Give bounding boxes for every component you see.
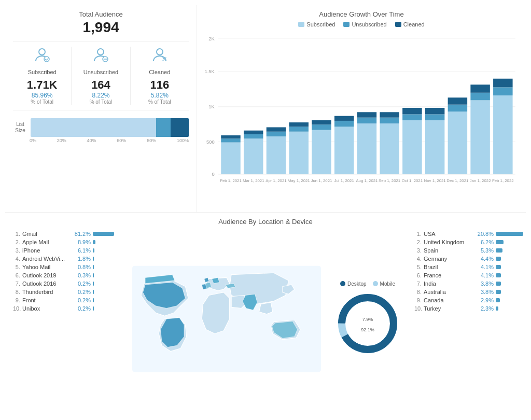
svg-rect-30 bbox=[334, 127, 354, 174]
svg-rect-29 bbox=[312, 120, 331, 124]
svg-text:Dec 1, 2021: Dec 1, 2021 bbox=[446, 178, 468, 183]
svg-text:Sep 1, 2021: Sep 1, 2021 bbox=[379, 178, 400, 183]
country-pct: 2.3% bbox=[475, 305, 494, 312]
email-bar-container bbox=[93, 273, 127, 277]
email-bar-container bbox=[93, 257, 127, 261]
list-size-label: ListSize bbox=[13, 121, 27, 134]
country-bar bbox=[496, 265, 501, 269]
country-pct: 6.2% bbox=[475, 239, 494, 245]
email-rank: 3. bbox=[13, 247, 20, 254]
cleaned-icon bbox=[133, 47, 186, 67]
svg-rect-47 bbox=[448, 97, 467, 105]
subscribed-percent: 85.96% bbox=[16, 92, 68, 99]
country-rank: 9. bbox=[414, 297, 422, 303]
country-bar-container bbox=[496, 282, 518, 286]
country-bar bbox=[496, 257, 501, 261]
svg-text:1.5K: 1.5K bbox=[205, 69, 215, 74]
email-list-item: 5. Yahoo Mail 0.8% bbox=[13, 264, 127, 270]
country-list-item: 10. Turkey 2.3% bbox=[414, 305, 518, 312]
country-pct: 20.8% bbox=[475, 231, 494, 237]
country-list-item: 1. USA 20.8% bbox=[414, 231, 518, 237]
country-rank: 5. bbox=[414, 264, 422, 270]
country-bar-container bbox=[496, 265, 518, 269]
svg-text:Oct 1, 2021: Oct 1, 2021 bbox=[402, 178, 423, 183]
country-bar-container bbox=[496, 298, 518, 302]
country-name: Spain bbox=[424, 247, 473, 254]
legend-cleaned: Cleaned bbox=[395, 21, 425, 27]
email-list-item: 6. Outlook 2019 0.3% bbox=[13, 272, 127, 278]
dashboard: Total Audience 1,994 Subscribed 1.71K 85… bbox=[0, 0, 531, 420]
svg-rect-51 bbox=[493, 95, 512, 174]
country-name: Turkey bbox=[424, 305, 473, 312]
email-pct: 0.2% bbox=[71, 289, 91, 295]
country-rank: 10. bbox=[414, 305, 422, 312]
email-bar bbox=[93, 248, 94, 253]
unsubscribed-percent: 8.22% bbox=[74, 92, 127, 99]
svg-rect-33 bbox=[357, 123, 376, 174]
country-bar bbox=[496, 282, 501, 286]
svg-rect-43 bbox=[425, 114, 444, 120]
svg-rect-27 bbox=[312, 130, 331, 174]
svg-rect-20 bbox=[244, 131, 263, 134]
svg-rect-31 bbox=[334, 121, 354, 127]
email-bar-container bbox=[93, 248, 127, 253]
country-list-item: 7. India 3.8% bbox=[414, 281, 518, 287]
svg-rect-48 bbox=[470, 100, 490, 174]
country-bar bbox=[496, 273, 501, 277]
email-list-item: 7. Outlook 2016 0.2% bbox=[13, 281, 127, 287]
svg-text:Jan 1, 2022: Jan 1, 2022 bbox=[470, 178, 491, 183]
svg-point-4 bbox=[157, 49, 163, 55]
email-rank: 5. bbox=[13, 264, 20, 270]
email-rank: 2. bbox=[13, 239, 20, 245]
svg-text:92.1%: 92.1% bbox=[361, 327, 374, 332]
unsubscribed-label: Unsubscribed bbox=[74, 69, 127, 75]
unsubscribed-percent-label: % of Total bbox=[74, 99, 127, 105]
svg-text:0: 0 bbox=[212, 172, 215, 177]
country-name: Germany bbox=[424, 256, 473, 262]
country-name: India bbox=[424, 281, 473, 287]
growth-chart-panel: Audience Growth Over Time Subscribed Uns… bbox=[197, 5, 526, 213]
email-rank: 4. bbox=[13, 256, 20, 262]
email-pct: 1.8% bbox=[71, 256, 91, 262]
svg-text:Jun 1, 2021: Jun 1, 2021 bbox=[311, 178, 332, 183]
country-bar-container bbox=[496, 290, 518, 294]
email-rank: 6. bbox=[13, 272, 20, 278]
email-pct: 0.2% bbox=[71, 281, 91, 287]
hbar-track bbox=[31, 118, 189, 137]
email-name: Unibox bbox=[22, 305, 69, 312]
svg-rect-15 bbox=[221, 143, 240, 174]
svg-text:Nov 1, 2021: Nov 1, 2021 bbox=[424, 178, 446, 183]
svg-text:Feb 1, 2021: Feb 1, 2021 bbox=[220, 178, 242, 183]
email-bar bbox=[93, 306, 94, 311]
country-rank: 8. bbox=[414, 289, 422, 295]
cleaned-stat: Cleaned 116 5.82% % of Total bbox=[130, 47, 189, 105]
email-name: Thunderbird bbox=[22, 289, 69, 295]
svg-rect-34 bbox=[357, 118, 376, 123]
country-bar-container bbox=[496, 232, 523, 236]
unsubscribed-value: 164 bbox=[74, 78, 127, 92]
country-pct: 4.1% bbox=[475, 272, 494, 278]
subscribed-percent-label: % of Total bbox=[16, 99, 68, 105]
email-bar-container bbox=[93, 232, 127, 236]
country-bar-container bbox=[496, 240, 518, 244]
country-name: Australia bbox=[424, 289, 473, 295]
email-list-item: 8. Thunderbird 0.2% bbox=[13, 289, 127, 295]
email-bar bbox=[93, 290, 94, 294]
svg-rect-28 bbox=[312, 124, 331, 130]
donut-svg: 7.9% 92.1% bbox=[334, 290, 401, 357]
email-bar bbox=[93, 282, 94, 286]
svg-rect-35 bbox=[357, 112, 376, 117]
svg-rect-21 bbox=[267, 136, 286, 174]
svg-point-69 bbox=[342, 298, 394, 349]
email-bar-container bbox=[93, 298, 127, 302]
svg-text:1K: 1K bbox=[208, 104, 215, 109]
subscribed-label: Subscribed bbox=[16, 69, 68, 75]
email-name: Gmail bbox=[22, 231, 69, 237]
email-bar bbox=[93, 257, 94, 261]
country-bar-container bbox=[496, 273, 518, 277]
email-list-item: 1. Gmail 81.2% bbox=[13, 231, 127, 237]
bottom-title: Audience By Location & Device bbox=[13, 218, 518, 226]
svg-rect-49 bbox=[470, 93, 490, 101]
svg-text:Feb 1, 2022: Feb 1, 2022 bbox=[492, 178, 514, 183]
donut-legend: Desktop Mobile bbox=[340, 281, 395, 287]
